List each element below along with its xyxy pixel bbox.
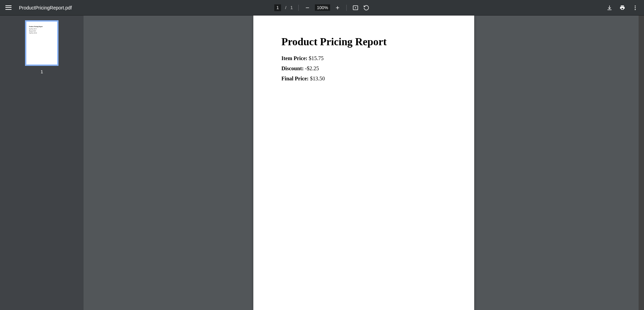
toolbar-divider xyxy=(298,5,299,11)
row-value: $13.50 xyxy=(310,76,325,81)
toolbar-left: ProductPricingReport.pdf xyxy=(5,4,72,11)
svg-point-9 xyxy=(635,9,636,10)
price-row: Final Price: $13.50 xyxy=(281,76,446,82)
more-icon[interactable] xyxy=(632,4,639,11)
thumbnail-sidebar: Product Pricing Report Item Price: $15.7… xyxy=(0,16,84,310)
rotate-icon[interactable] xyxy=(363,4,370,11)
svg-point-7 xyxy=(635,5,636,6)
row-label: Discount: xyxy=(281,66,304,71)
pdf-toolbar: ProductPricingReport.pdf / 1 100% xyxy=(0,0,644,16)
row-value: $15.75 xyxy=(309,55,324,61)
document-filename: ProductPricingReport.pdf xyxy=(19,5,72,10)
toolbar-right xyxy=(606,4,639,11)
scrollbar[interactable] xyxy=(639,16,644,310)
page-thumbnail[interactable]: Product Pricing Report Item Price: $15.7… xyxy=(25,20,59,66)
document-viewport[interactable]: Product Pricing Report Item Price: $15.7… xyxy=(84,16,644,310)
fit-page-icon[interactable] xyxy=(352,4,359,11)
thumbnail-page-number: 1 xyxy=(41,69,43,74)
svg-point-8 xyxy=(635,7,636,8)
zoom-in-button[interactable] xyxy=(334,4,341,11)
price-row: Item Price: $15.75 xyxy=(281,55,446,61)
pdf-page: Product Pricing Report Item Price: $15.7… xyxy=(253,16,474,310)
price-row: Discount: -$2.25 xyxy=(281,66,446,72)
toolbar-center: / 1 100% xyxy=(274,4,370,11)
zoom-level[interactable]: 100% xyxy=(315,4,330,11)
print-icon[interactable] xyxy=(619,4,626,11)
zoom-out-button[interactable] xyxy=(304,4,311,11)
thumb-line: Discount: -$2.25 xyxy=(29,30,54,32)
download-icon[interactable] xyxy=(606,4,613,11)
toolbar-divider xyxy=(346,5,347,11)
content-area: Product Pricing Report Item Price: $15.7… xyxy=(0,16,644,310)
row-value: -$2.25 xyxy=(305,66,319,71)
thumb-title: Product Pricing Report xyxy=(29,26,54,27)
row-label: Item Price: xyxy=(281,55,307,61)
menu-icon[interactable] xyxy=(5,4,12,11)
thumb-line: Final Price: $13.50 xyxy=(29,32,54,34)
thumbnail-item[interactable]: Product Pricing Report Item Price: $15.7… xyxy=(25,20,59,74)
page-total: 1 xyxy=(291,5,293,10)
row-label: Final Price: xyxy=(281,76,308,81)
thumb-line: Item Price: $15.75 xyxy=(29,28,54,30)
page-number-input[interactable] xyxy=(274,4,281,11)
page-separator: / xyxy=(285,5,286,10)
page-title: Product Pricing Report xyxy=(281,36,446,48)
